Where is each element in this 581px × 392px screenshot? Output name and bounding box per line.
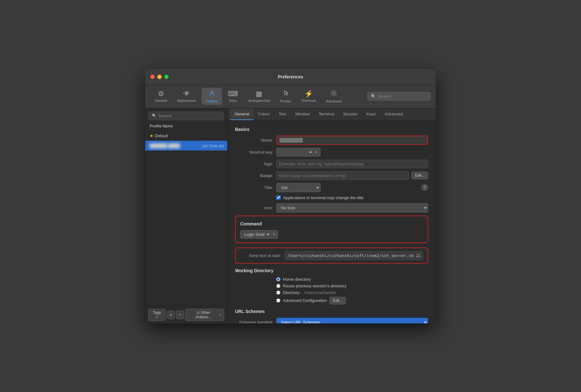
title-bar: Preferences (145, 69, 436, 85)
toolbar-item-pointer[interactable]: Pointer (276, 88, 296, 105)
tab-session[interactable]: Session (339, 108, 362, 120)
custom-dir-radio[interactable] (276, 291, 280, 295)
tab-keys[interactable]: Keys (362, 108, 380, 120)
home-dir-radio[interactable] (276, 277, 280, 281)
remove-profile-button[interactable]: − (176, 311, 184, 319)
search-icon: 🔍 (371, 94, 376, 99)
title-controls: Job ? (276, 183, 428, 192)
login-shell-select[interactable]: Login Shell ⇕ (240, 230, 278, 239)
adv-config-radio[interactable] (276, 298, 280, 303)
name-input[interactable] (276, 136, 428, 145)
toolbar-label-arrangements: Arrangements (248, 99, 270, 102)
right-panel: General Colors Text Window Terminal Sess… (228, 108, 436, 323)
toolbar-label-profiles: Profiles (206, 99, 218, 103)
tab-text[interactable]: Text (274, 108, 291, 120)
profile-item-blurred[interactable]: ██████ ████ 120.79.66.222 (145, 141, 227, 150)
app-title-checkbox[interactable] (276, 195, 281, 200)
toolbar-label-shortcuts: Shortcuts (301, 99, 316, 102)
badge-input[interactable] (276, 171, 409, 180)
name-row: Name: (235, 136, 428, 145)
profile-item-default[interactable]: ★Default (145, 131, 227, 141)
shortcut-key-row: Shortcut key: ⇕ (235, 148, 428, 156)
sidebar: 🔍 Profile Name ★Default ██████ ████ 120.… (145, 108, 228, 323)
toolbar-item-appearance[interactable]: 👁 Appearance (173, 89, 200, 104)
basics-section-title: Basics (235, 127, 428, 132)
toolbar-label-pointer: Pointer (280, 99, 291, 103)
toolbar-item-profiles[interactable]: Profiles (202, 88, 222, 105)
profile-ip: 120.79.66.222 (202, 144, 224, 148)
toolbar-item-advanced[interactable]: Advanced (322, 88, 346, 105)
badge-edit-button[interactable]: Edit... (411, 172, 428, 179)
chevron-updown-icon-2: ⇕ (272, 232, 275, 236)
help-button[interactable]: ? (421, 184, 428, 191)
reuse-dir-radio[interactable] (276, 284, 280, 288)
toolbar-label-advanced: Advanced (326, 99, 342, 103)
keyboard-icon: ⌨ (228, 90, 238, 97)
adv-config-label: Advanced Configuration (283, 298, 327, 303)
gear-icon: ⚙ (158, 90, 164, 97)
url-schemes-dropdown[interactable]: Select URL Schemes... (276, 318, 428, 323)
command-section-title: Command (240, 221, 423, 226)
other-actions-button[interactable]: ⊙ Other Actions... ▾ (185, 309, 224, 321)
window-title: Preferences (278, 74, 303, 79)
send-text-label: Send text at start: (240, 253, 281, 258)
reuse-dir-option: Reuse previous session's directory (276, 284, 428, 288)
url-schemes-section: URL Schemes Schemes handled: Select URL … (235, 309, 428, 323)
toolbar-item-arrangements[interactable]: ▦ Arrangements (244, 89, 274, 104)
tags-label: Tags: (235, 162, 273, 166)
star-icon: ★ (150, 133, 153, 138)
toolbar-item-keys[interactable]: ⌨ Keys (223, 89, 242, 104)
badge-controls: Edit... (276, 171, 428, 180)
toolbar-label-appearance: Appearance (177, 99, 196, 102)
shortcut-key-select[interactable]: ⇕ (276, 148, 321, 156)
chevron-down-icon: ▾ (220, 313, 221, 316)
toolbar-label-general: General (155, 99, 167, 102)
search-input[interactable] (378, 94, 427, 99)
send-text-input[interactable] (284, 251, 423, 260)
directory-path: /Users/cvzhanshi (304, 290, 336, 295)
name-label: Name: (235, 138, 273, 143)
shortcut-key-label: Shortcut key: (235, 150, 273, 155)
close-button[interactable] (150, 75, 155, 79)
shortcut-key-dropdown[interactable] (279, 150, 313, 155)
tab-window[interactable]: Window (291, 108, 314, 120)
badge-label: Badge: (235, 173, 273, 178)
sidebar-search-input[interactable] (159, 113, 221, 118)
tab-advanced[interactable]: Advanced (380, 108, 407, 120)
add-profile-button[interactable]: + (167, 311, 175, 319)
preferences-window: Preferences ⚙ General 👁 Appearance Profi… (145, 69, 436, 323)
send-text-section: Send text at start: (235, 248, 428, 264)
lightning-icon: ⚡ (304, 90, 313, 97)
maximize-button[interactable] (164, 75, 169, 79)
icon-label: Icon: (235, 205, 273, 210)
tab-colors[interactable]: Colors (253, 108, 274, 120)
advanced-gear-icon (330, 90, 337, 98)
home-dir-label: Home directory (283, 277, 311, 282)
app-title-checkbox-row: Applications in terminal may change the … (276, 195, 428, 200)
tags-input[interactable] (276, 160, 428, 168)
home-dir-option: Home directory (276, 277, 428, 282)
adv-config-option: Advanced Configuration Edit... (276, 297, 428, 304)
sidebar-search-wrapper: 🔍 (148, 112, 224, 120)
profile-list: ★Default ██████ ████ 120.79.66.222 (145, 130, 227, 306)
icon-select-wrapper: No Icon (276, 203, 428, 212)
toolbar-item-general[interactable]: ⚙ General (150, 89, 172, 104)
minimize-button[interactable] (157, 75, 162, 79)
tags-button[interactable]: Tags > (148, 309, 166, 321)
other-actions-label: ⊙ Other Actions... (188, 310, 218, 319)
url-schemes-title: URL Schemes (235, 309, 428, 314)
tab-general[interactable]: General (230, 108, 253, 120)
adv-config-edit-button[interactable]: Edit... (329, 297, 346, 304)
toolbar-search[interactable]: 🔍 (367, 92, 431, 101)
tab-terminal[interactable]: Terminal (314, 108, 339, 120)
icon-row: Icon: No Icon (235, 203, 428, 212)
login-shell-dropdown[interactable]: Login Shell (243, 232, 271, 237)
icon-dropdown[interactable]: No Icon (276, 203, 428, 212)
toolbar-item-shortcuts[interactable]: ⚡ Shortcuts (297, 89, 320, 104)
title-dropdown[interactable]: Job (276, 183, 321, 192)
person-icon (209, 90, 216, 98)
schemes-label: Schemes handled: (235, 320, 273, 323)
svg-point-0 (211, 91, 213, 93)
svg-point-1 (333, 92, 335, 94)
toolbar-label-keys: Keys (229, 99, 237, 102)
